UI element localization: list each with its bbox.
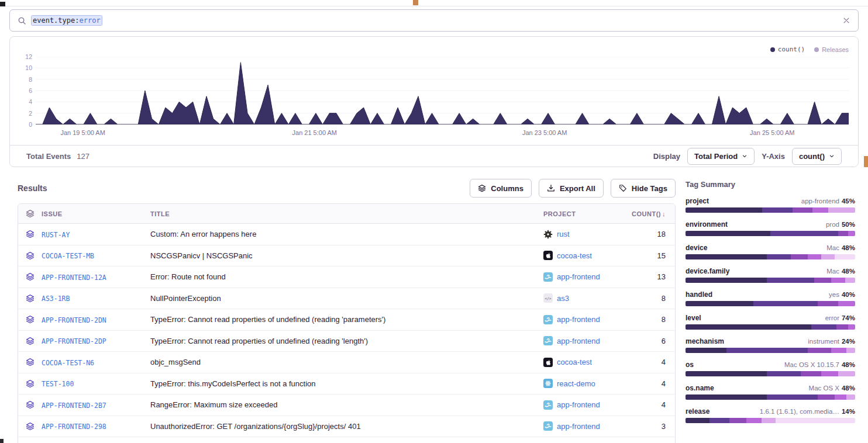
project-link[interactable]: app-frontend [557,315,600,324]
issue-id-link[interactable]: APP-FRONTEND-12A [42,274,106,282]
issue-id-link[interactable]: AS3-1RB [42,295,70,303]
issue-title: Error: Route not found [150,272,543,281]
export-all-button[interactable]: Export All [539,179,604,198]
tag-bar-segment [835,254,855,259]
tag-name: project [686,197,709,205]
count-value: 4 [628,358,675,366]
project-platform-icon [543,272,553,282]
tag-bar-segment [776,418,855,423]
tag-name: handled [686,290,712,299]
y-axis-tick: 8 [17,76,32,83]
issue-id-link[interactable]: RUST-AY [42,231,70,239]
tag-bar[interactable] [686,231,855,236]
tag-bar[interactable] [686,207,855,213]
tag-bar[interactable] [686,371,855,376]
issue-column-header[interactable]: ISSUE [42,210,150,217]
table-row: AS3-1RB NullPointerException </> as3 8 [18,288,675,310]
project-link[interactable]: cocoa-test [557,251,592,260]
tag-top-value: error [825,314,839,321]
count-value: 18 [628,230,675,238]
count-value: 4 [628,400,675,409]
screenshot-artifact [0,2,5,6]
project-column-header[interactable]: PROJECT [543,210,628,217]
project-link[interactable]: react-demo [557,379,595,388]
count-value: 15 [628,251,675,260]
issue-layers-icon [18,230,42,238]
tag-bar-segment [846,394,855,400]
project-link[interactable]: app-frontend [557,422,600,431]
tag-bar-segment [838,231,848,236]
count-column-header[interactable]: COUNT()↓ [628,210,675,217]
table-row: RUST-AY Custom: An error happens here ru… [18,224,675,245]
y-axis-tick: 10 [17,64,32,71]
project-link[interactable]: rust [557,230,570,238]
tag-bar[interactable] [686,348,855,353]
project-link[interactable]: app-frontend [557,337,600,345]
tag-name: device [686,244,707,252]
issue-id-link[interactable]: COCOA-TEST-MB [42,252,94,260]
chart-plot-area[interactable] [36,57,849,124]
tag-percent: 48% [842,244,855,251]
search-query-token[interactable]: event.type:error [32,16,102,25]
tag-summary-item: device Mac 48% [686,244,855,259]
issue-layers-icon [18,251,42,260]
issue-id-link[interactable]: TEST-100 [42,380,74,388]
project-link[interactable]: app-frontend [557,272,600,281]
yaxis-dropdown[interactable]: count() [792,148,842,165]
discover-page: event.type:error count() Releases 024681… [0,0,868,443]
tag-name: os.name [686,384,714,392]
tag-bar-segment [812,207,828,213]
issue-id-link[interactable]: APP-FRONTEND-2DN [42,316,106,324]
tag-bar[interactable] [686,324,855,330]
legend-item-count[interactable]: count() [770,46,805,53]
tag-bar[interactable] [686,301,855,306]
tag-name: level [686,314,701,322]
legend-releases-label: Releases [822,46,849,53]
project-link[interactable]: cocoa-test [557,358,592,366]
project-platform-icon [543,400,553,410]
table-row: APP-FRONTEND-298 UnauthorizedError: GET … [18,416,675,438]
tag-bar-segment [686,324,811,330]
tag-bar-segment [686,371,767,376]
tag-summary-title: Tag Summary [686,180,855,189]
title-column-header[interactable]: TITLE [150,210,543,217]
count-area-series [36,63,849,124]
project-platform-icon [543,230,553,239]
tag-bar[interactable] [686,418,855,423]
tag-bar-segment [709,418,730,423]
tag-summary-panel: Tag Summary project app-frontend 45% env… [686,180,855,431]
search-bar[interactable]: event.type:error [9,9,859,32]
count-value: 8 [628,294,675,303]
issue-layers-icon [18,315,42,324]
hide-tags-button[interactable]: Hide Tags [611,179,676,198]
legend-item-releases[interactable]: Releases [814,46,849,53]
issue-layers-icon [18,379,42,388]
tag-percent: 40% [842,291,855,298]
display-dropdown[interactable]: Total Period [687,148,755,165]
tag-bar[interactable] [686,254,855,259]
issue-id-link[interactable]: APP-FRONTEND-298 [42,423,106,431]
x-axis-tick: Jan 23 5:00 AM [515,129,574,136]
tag-bar-segment [686,278,767,283]
columns-button[interactable]: Columns [470,179,532,198]
issue-id-link[interactable]: APP-FRONTEND-2B7 [42,402,106,410]
tag-bar-segment [828,207,855,213]
table-row: APP-FRONTEND-2DP TypeError: Cannot read … [18,331,675,352]
project-link[interactable]: app-frontend [557,400,600,409]
tag-summary-item: environment prod 50% [686,220,855,236]
tag-summary-item: release 1.6.1 (1.6.1), com.media… 14% [686,407,855,423]
issue-title: TypeError: this.myCodeIsPerfect is not a… [150,379,543,388]
tag-bar-segment [767,254,791,259]
count-value: 6 [628,337,675,345]
tag-bar-segment [831,278,845,283]
issue-id-link[interactable]: APP-FRONTEND-2DP [42,337,106,345]
clear-search-button[interactable] [842,16,850,25]
tag-bar-segment [791,254,808,259]
issue-layers-icon [18,422,42,431]
issue-title: objc_msgSend [150,358,543,366]
project-link[interactable]: as3 [557,294,569,303]
issue-id-link[interactable]: COCOA-TEST-N6 [42,359,94,367]
tag-bar-segment [831,348,846,353]
tag-bar[interactable] [686,394,855,400]
tag-bar[interactable] [686,278,855,283]
